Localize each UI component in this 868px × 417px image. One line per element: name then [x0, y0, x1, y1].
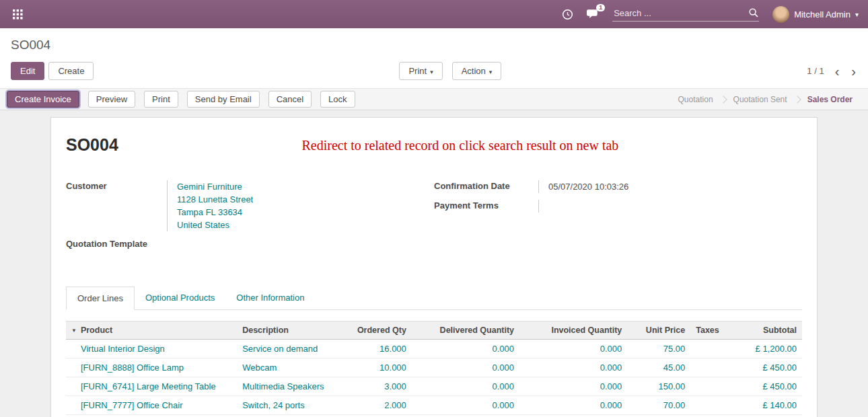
pager-next-icon[interactable]: › [850, 65, 857, 78]
action-dropdown-label: Action [462, 66, 486, 76]
chevron-down-icon: ▾ [855, 11, 859, 18]
customer-city[interactable]: Tampa FL 33634 [177, 206, 434, 219]
cell[interactable]: 75.00 [627, 340, 690, 358]
send-by-email-button[interactable]: Send by Email [187, 91, 260, 108]
cell[interactable]: 10.000 [341, 358, 412, 377]
cell[interactable]: Webcam [237, 358, 341, 377]
customer-label: Customer [66, 180, 167, 231]
caret-down-icon: ▾ [489, 69, 493, 75]
customer-street[interactable]: 1128 Lunetta Street [177, 193, 434, 206]
user-menu[interactable]: Mitchell Admin ▾ [772, 6, 859, 23]
print-dropdown[interactable]: Print▾ [399, 62, 442, 80]
cell[interactable]: £ 1,200.00 [735, 340, 803, 358]
edit-button[interactable]: Edit [11, 62, 44, 80]
customer-country[interactable]: United States [177, 219, 434, 231]
table-row[interactable]: [FURN_7777] Office ChairSwitch, 24 ports… [66, 396, 802, 415]
order-lines-table: ▼Product Description Ordered Qty Deliver… [66, 321, 802, 415]
header-subtotal[interactable]: Subtotal [735, 321, 803, 340]
state-sales-order[interactable]: Sales Order [799, 95, 861, 104]
header-description[interactable]: Description [237, 321, 341, 340]
cell[interactable]: 45.00 [627, 358, 690, 377]
payment-terms-label: Payment Terms [434, 200, 538, 213]
cell-product[interactable]: Virtual Interior Design [66, 340, 237, 358]
header-product[interactable]: ▼Product [66, 321, 237, 340]
print-button[interactable]: Print [144, 91, 178, 108]
caret-down-icon: ▾ [430, 69, 433, 75]
cell[interactable] [690, 377, 735, 396]
cancel-button[interactable]: Cancel [268, 91, 312, 108]
lock-button[interactable]: Lock [320, 91, 355, 108]
header-invoiced-qty[interactable]: Invoiced Quantity [519, 321, 627, 340]
sort-caret-icon: ▼ [71, 328, 77, 334]
header-taxes[interactable]: Taxes [690, 321, 735, 340]
cell[interactable]: 0.000 [412, 396, 519, 415]
notebook-tabs: Order Lines Optional Products Other Info… [66, 286, 802, 310]
search-icon[interactable] [748, 7, 759, 18]
table-row[interactable]: [FURN_8888] Office LampWebcam10.0000.000… [66, 358, 802, 377]
form-sheet: SO004 Redirect to related record on clic… [50, 117, 818, 417]
cell[interactable]: 0.000 [412, 358, 519, 377]
cell[interactable]: 0.000 [519, 377, 627, 396]
cell[interactable]: £ 140.00 [735, 396, 803, 415]
cell-product[interactable]: [FURN_8888] Office Lamp [66, 358, 237, 377]
create-button[interactable]: Create [48, 62, 94, 80]
confirmation-date-label: Confirmation Date [434, 180, 538, 193]
cell[interactable]: 70.00 [627, 396, 690, 415]
quotation-template-value [167, 238, 434, 251]
table-header-row: ▼Product Description Ordered Qty Deliver… [66, 321, 802, 340]
pager: 1 / 1 ‹ › [807, 65, 857, 78]
cell[interactable]: 0.000 [412, 377, 519, 396]
user-name: Mitchell Admin [794, 9, 851, 20]
header-unit-price[interactable]: Unit Price [627, 321, 690, 340]
grid-icon [13, 9, 23, 20]
action-dropdown[interactable]: Action▾ [452, 62, 502, 80]
cell[interactable]: £ 450.00 [735, 358, 803, 377]
cell[interactable]: 3.000 [341, 377, 412, 396]
table-row[interactable]: Virtual Interior DesignService on demand… [66, 340, 802, 358]
cell[interactable]: 0.000 [519, 358, 627, 377]
preview-button[interactable]: Preview [88, 91, 135, 108]
search-input[interactable] [612, 7, 748, 19]
cell[interactable]: 0.000 [412, 340, 519, 358]
cell[interactable]: Service on demand [237, 340, 341, 358]
annotation-text: Redirect to related record on click sear… [118, 135, 802, 153]
messages-badge: 1 [596, 4, 605, 11]
cell[interactable]: 150.00 [627, 377, 690, 396]
messages-icon[interactable]: 1 [587, 9, 599, 20]
cell[interactable] [690, 396, 735, 415]
tab-other-information[interactable]: Other Information [225, 287, 315, 310]
print-dropdown-label: Print [408, 66, 427, 76]
cell[interactable]: 0.000 [519, 340, 627, 358]
cell[interactable]: 2.000 [341, 396, 412, 415]
global-search [612, 7, 759, 22]
cell[interactable]: 0.000 [519, 396, 627, 415]
record-title: SO004 [66, 135, 118, 155]
pager-value: 1 / 1 [807, 66, 824, 76]
cell[interactable] [690, 340, 735, 358]
field-group-right: Confirmation Date 05/07/2020 10:03:26 Pa… [434, 180, 802, 258]
avatar [772, 6, 789, 23]
cell[interactable] [690, 358, 735, 377]
cell-product[interactable]: [FURN_6741] Large Meeting Table [66, 377, 237, 396]
header-delivered-qty[interactable]: Delivered Quantity [412, 321, 519, 340]
state-quotation[interactable]: Quotation [670, 95, 722, 104]
state-quotation-sent[interactable]: Quotation Sent [725, 95, 796, 104]
tab-optional-products[interactable]: Optional Products [135, 287, 225, 310]
tab-order-lines[interactable]: Order Lines [66, 287, 135, 310]
cell[interactable]: 16.000 [341, 340, 412, 358]
cell[interactable]: Switch, 24 ports [237, 396, 341, 415]
cell-product[interactable]: [FURN_7777] Office Chair [66, 396, 237, 415]
cell[interactable]: Multimedia Speakers [237, 377, 341, 396]
header-ordered-qty[interactable]: Ordered Qty [341, 321, 412, 340]
table-row[interactable]: [FURN_6741] Large Meeting TableMultimedi… [66, 377, 802, 396]
activities-clock-icon[interactable] [562, 9, 573, 20]
apps-menu-icon[interactable] [9, 6, 26, 22]
control-panel: SO004 Edit Create Print▾ Action▾ 1 / 1 ‹… [0, 28, 868, 88]
status-pills: Quotation Quotation Sent Sales Order [670, 95, 861, 104]
field-group-left: Customer Gemini Furniture 1128 Lunetta S… [66, 180, 434, 258]
cell[interactable]: £ 450.00 [735, 377, 803, 396]
pager-previous-icon[interactable]: ‹ [834, 65, 841, 78]
create-invoice-button[interactable]: Create Invoice [7, 91, 79, 108]
breadcrumb[interactable]: SO004 [11, 38, 857, 52]
customer-name-link[interactable]: Gemini Furniture [177, 180, 434, 193]
